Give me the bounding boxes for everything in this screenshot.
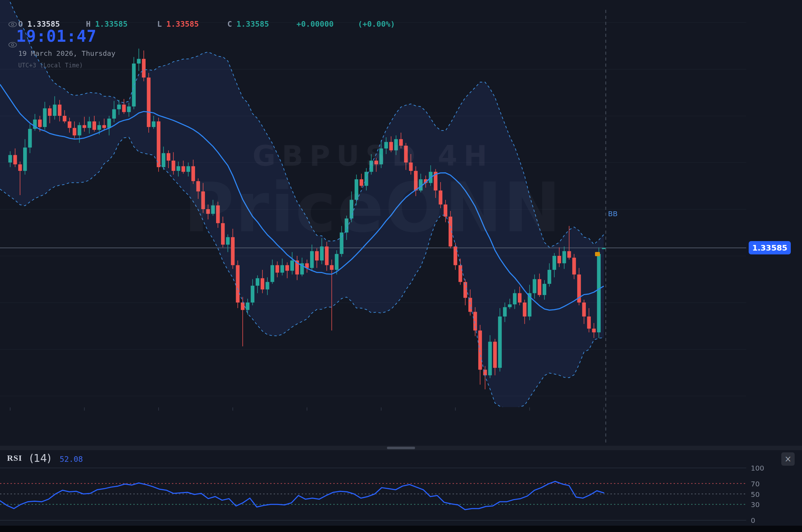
low-label: L [157, 20, 162, 28]
order-marker[interactable] [595, 252, 600, 256]
rsi-level-label: 70 [751, 480, 760, 488]
rsi-level-label: 0 [751, 516, 755, 525]
rsi-period: (14) [29, 452, 51, 464]
rsi-title: RSI [7, 453, 22, 463]
rsi-level-label: 30 [751, 500, 760, 509]
change-value: +0.00000 [296, 20, 334, 28]
high-value: 1.33585 [95, 20, 128, 28]
trading-chart-app: { "header": { "ohlc": { "o_label": "O", … [0, 0, 802, 532]
bottom-bar [0, 526, 802, 532]
pane-resize-handle[interactable] [387, 447, 415, 449]
session-timezone: UTC+3 (Local Time) [18, 62, 83, 69]
rsi-close-button[interactable]: × [781, 452, 795, 466]
close-label: C [227, 20, 232, 28]
eye-icon[interactable] [8, 42, 17, 49]
session-clock: 19:01:47 [16, 27, 97, 46]
close-icon: × [784, 454, 791, 464]
time-axis[interactable]: 00 19/0209:00 24/0221:00 26/0209:00 03/0… [0, 407, 746, 446]
change-percent: (+0.00%) [358, 20, 395, 28]
bb-band-tag: BB [608, 210, 617, 218]
close-value: 1.33585 [236, 20, 269, 28]
rsi-level-label: 50 [751, 490, 760, 499]
chart-canvas[interactable] [0, 0, 802, 532]
rsi-level-label: 100 [751, 464, 764, 472]
rsi-value: 52.08 [60, 455, 83, 464]
eye-icon[interactable] [8, 21, 17, 29]
price-axis[interactable]: 1.360001.355001.350001.345001.340001.335… [746, 0, 802, 407]
current-price-badge: 1.33585 [749, 241, 791, 254]
session-date: 19 March 2026, Thursday [18, 49, 115, 58]
low-value: 1.33585 [166, 20, 199, 28]
